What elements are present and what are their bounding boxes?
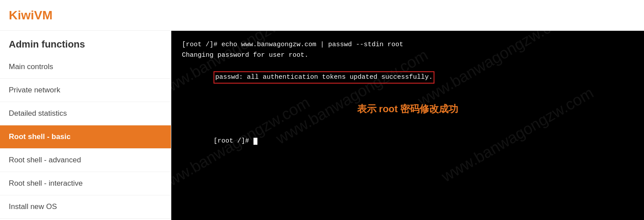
- terminal-area: www.banwagongzw.com www.banwagongzw.com …: [171, 31, 644, 220]
- sidebar-item-root-shell-basic[interactable]: Root shell - basic: [0, 125, 171, 149]
- sidebar-item-root-shell-advanced[interactable]: Root shell - advanced: [0, 149, 171, 172]
- sidebar: Admin functions Main controls Private ne…: [0, 31, 171, 220]
- terminal-line-2: Changing password for user root.: [182, 50, 633, 61]
- sidebar-item-detailed-statistics[interactable]: Detailed statistics: [0, 102, 171, 125]
- sidebar-item-install-new-os[interactable]: Install new OS: [0, 195, 171, 219]
- sidebar-heading: Admin functions: [0, 31, 171, 55]
- terminal-output: [root /]# echo www.banwagongzw.com | pas…: [171, 31, 644, 166]
- header: KiwiVM: [0, 0, 644, 31]
- sidebar-item-private-network[interactable]: Private network: [0, 79, 171, 102]
- terminal-cursor: [253, 138, 257, 145]
- terminal-line-1: [root /]# echo www.banwagongzw.com | pas…: [182, 40, 633, 50]
- terminal-prompt: [root /]#: [182, 125, 633, 157]
- terminal-boxed-line: passwd: all authentication tokens update…: [213, 71, 434, 84]
- terminal-annotation: 表示 root 密码修改成功: [182, 101, 633, 117]
- sidebar-item-main-controls[interactable]: Main controls: [0, 55, 171, 79]
- terminal-line-3: passwd: all authentication tokens update…: [182, 61, 633, 94]
- logo: KiwiVM: [9, 8, 53, 22]
- sidebar-item-root-shell-interactive[interactable]: Root shell - interactive: [0, 172, 171, 195]
- main-layout: Admin functions Main controls Private ne…: [0, 31, 644, 220]
